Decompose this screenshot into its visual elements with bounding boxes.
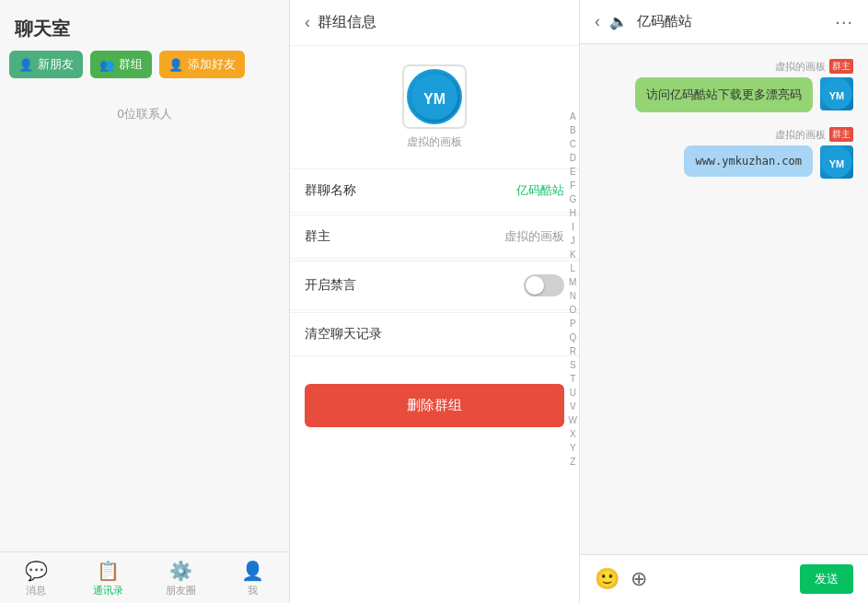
alpha-u[interactable]: U bbox=[569, 387, 577, 400]
alpha-a[interactable]: A bbox=[569, 110, 577, 123]
alpha-v[interactable]: V bbox=[569, 400, 577, 413]
chat-message-2: 虚拟的画板 群主 www.ymkuzhan.com YM bbox=[595, 127, 853, 179]
more-options-icon[interactable]: ··· bbox=[835, 11, 853, 32]
mute-toggle[interactable] bbox=[524, 274, 564, 296]
message-row-2: www.ymkuzhan.com YM bbox=[684, 145, 853, 179]
right-panel: ‹ 🔈 亿码酷站 ··· 虚拟的画板 群主 访问亿码酷站下载更多漂亮码 YM bbox=[580, 0, 868, 603]
chat-header: ‹ 🔈 亿码酷站 ··· bbox=[580, 0, 868, 44]
sender-name-1: 虚拟的画板 bbox=[775, 60, 826, 74]
alpha-s[interactable]: S bbox=[569, 359, 577, 372]
alpha-j[interactable]: J bbox=[569, 235, 577, 248]
contacts-empty-text: 0位联系人 bbox=[0, 87, 289, 141]
group-info-header: ‹ 群组信息 bbox=[290, 0, 579, 46]
new-friend-icon: 👤 bbox=[18, 58, 33, 72]
svg-text:YM: YM bbox=[423, 91, 446, 107]
alpha-m[interactable]: M bbox=[569, 276, 577, 289]
left-actions: 👤 新朋友 👥 群组 👤 添加好友 bbox=[0, 51, 289, 87]
group-info-title: 群组信息 bbox=[318, 13, 376, 32]
alpha-n[interactable]: N bbox=[569, 290, 577, 303]
owner-badge-2: 群主 bbox=[829, 127, 853, 142]
mute-label: 开启禁言 bbox=[305, 277, 356, 294]
nav-messages[interactable]: 💬 消息 bbox=[0, 552, 73, 603]
group-button[interactable]: 👥 群组 bbox=[90, 51, 152, 78]
left-panel: 聊天室 👤 新朋友 👥 群组 👤 添加好友 0位联系人 💬 消息 📋 通讯录 ⚙… bbox=[0, 0, 290, 603]
group-name-value: 亿码酷站 bbox=[516, 182, 564, 199]
group-icon: 👥 bbox=[99, 58, 114, 72]
group-owner-row: 群主 虚拟的画板 bbox=[290, 215, 579, 259]
alpha-e[interactable]: E bbox=[569, 166, 577, 179]
chat-message-1: 虚拟的画板 群主 访问亿码酷站下载更多漂亮码 YM bbox=[595, 59, 853, 112]
group-owner-value: 虚拟的画板 bbox=[504, 228, 564, 245]
chat-avatar-2: YM bbox=[820, 145, 853, 179]
add-friend-icon: 👤 bbox=[168, 58, 183, 72]
alpha-l[interactable]: L bbox=[569, 262, 577, 275]
emoji-button[interactable]: 🙂 bbox=[595, 567, 619, 591]
ym-logo-svg: YM bbox=[411, 74, 457, 120]
contacts-icon: 📋 bbox=[97, 560, 120, 582]
alpha-d[interactable]: D bbox=[569, 152, 577, 165]
new-friend-button[interactable]: 👤 新朋友 bbox=[9, 51, 83, 78]
message-bubble-2: www.ymkuzhan.com bbox=[684, 145, 813, 177]
group-name-label: 群聊名称 bbox=[305, 182, 356, 199]
group-subtitle: 虚拟的画板 bbox=[407, 134, 462, 150]
owner-badge-1: 群主 bbox=[829, 59, 853, 74]
svg-text:YM: YM bbox=[829, 90, 845, 101]
add-button[interactable]: ⊕ bbox=[631, 567, 647, 591]
nav-me-label: 我 bbox=[248, 584, 258, 597]
group-label: 群组 bbox=[119, 56, 143, 73]
alpha-g[interactable]: G bbox=[569, 193, 577, 206]
chat-bottom-bar: 🙂 ⊕ 发送 bbox=[580, 554, 868, 603]
svg-text:YM: YM bbox=[829, 158, 845, 169]
send-button[interactable]: 发送 bbox=[800, 564, 853, 594]
message-meta-1: 虚拟的画板 群主 bbox=[775, 59, 853, 74]
add-friend-label: 添加好友 bbox=[188, 56, 236, 73]
moments-icon: ⚙️ bbox=[169, 560, 192, 582]
ym-logo: YM bbox=[407, 69, 462, 124]
alpha-p[interactable]: P bbox=[569, 318, 577, 330]
alpha-y[interactable]: Y bbox=[569, 442, 577, 455]
message-row-1: 访问亿码酷站下载更多漂亮码 YM bbox=[635, 77, 853, 112]
clear-history-row[interactable]: 清空聊天记录 bbox=[290, 312, 579, 356]
nav-contacts[interactable]: 📋 通讯录 bbox=[73, 552, 145, 603]
alpha-b[interactable]: B bbox=[569, 124, 577, 137]
message-bubble-1: 访问亿码酷站下载更多漂亮码 bbox=[635, 77, 813, 112]
nav-messages-label: 消息 bbox=[26, 584, 46, 597]
chat-avatar-1: YM bbox=[820, 77, 853, 110]
group-avatar: YM bbox=[402, 64, 467, 129]
group-name-row: 群聊名称 亿码酷站 bbox=[290, 168, 579, 213]
sound-icon: 🔈 bbox=[609, 13, 628, 30]
group-owner-label: 群主 bbox=[305, 228, 330, 245]
alphabet-list: A B C D E F G H I J K L M N O P Q R S T … bbox=[569, 110, 577, 469]
alpha-q[interactable]: Q bbox=[569, 331, 577, 344]
sender-name-2: 虚拟的画板 bbox=[775, 128, 826, 142]
messages-icon: 💬 bbox=[25, 560, 48, 582]
delete-group-button[interactable]: 删除群组 bbox=[305, 384, 564, 427]
chat-back-icon[interactable]: ‹ bbox=[595, 12, 600, 31]
nav-me[interactable]: 👤 我 bbox=[217, 552, 290, 603]
alpha-i[interactable]: I bbox=[569, 221, 577, 234]
alpha-t[interactable]: T bbox=[569, 373, 577, 386]
new-friend-label: 新朋友 bbox=[38, 56, 74, 73]
group-info-section: 群聊名称 亿码酷站 群主 虚拟的画板 开启禁言 清空聊天记录 bbox=[290, 168, 579, 356]
chat-area: 虚拟的画板 群主 访问亿码酷站下载更多漂亮码 YM 虚拟的画板 群主 ww bbox=[580, 44, 868, 554]
bottom-nav: 💬 消息 📋 通讯录 ⚙️ 朋友圈 👤 我 bbox=[0, 551, 289, 603]
nav-moments[interactable]: ⚙️ 朋友圈 bbox=[145, 552, 217, 603]
alpha-k[interactable]: K bbox=[569, 249, 577, 261]
alpha-c[interactable]: C bbox=[569, 138, 577, 151]
alpha-f[interactable]: F bbox=[569, 180, 577, 192]
clear-history-label: 清空聊天记录 bbox=[305, 326, 382, 342]
middle-panel: ‹ 群组信息 YM 虚拟的画板 群聊名称 亿码酷站 群主 虚拟的画板 开启禁言 bbox=[290, 0, 580, 603]
group-avatar-section: YM 虚拟的画板 bbox=[290, 46, 579, 159]
app-title: 聊天室 bbox=[0, 0, 289, 51]
alpha-w[interactable]: W bbox=[569, 414, 577, 427]
alpha-z[interactable]: Z bbox=[569, 456, 577, 469]
add-friend-button[interactable]: 👤 添加好友 bbox=[159, 51, 245, 78]
alpha-r[interactable]: R bbox=[569, 345, 577, 358]
back-arrow-icon[interactable]: ‹ bbox=[305, 13, 310, 32]
chat-title: 亿码酷站 bbox=[637, 13, 826, 30]
me-icon: 👤 bbox=[241, 560, 264, 582]
alpha-x[interactable]: X bbox=[569, 428, 577, 441]
alpha-h[interactable]: H bbox=[569, 207, 577, 220]
alpha-o[interactable]: O bbox=[569, 304, 577, 317]
nav-contacts-label: 通讯录 bbox=[93, 584, 123, 597]
